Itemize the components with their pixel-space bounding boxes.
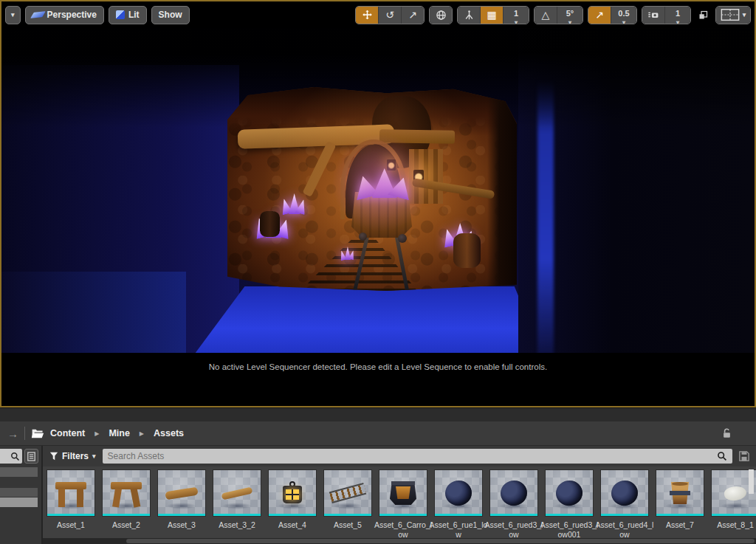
- asset-tile[interactable]: Asset_5: [323, 469, 373, 544]
- asset-thumbnail[interactable]: [157, 469, 206, 517]
- asset-thumbnail[interactable]: [656, 469, 704, 517]
- asset-tile[interactable]: Asset_6_rued3_low001: [544, 469, 594, 544]
- perspective-button[interactable]: Perspective: [25, 6, 104, 24]
- asset-thumbnail[interactable]: [545, 469, 594, 517]
- static-mesh-stripe: [490, 514, 537, 516]
- viewport-layout-button[interactable]: ▾: [716, 7, 750, 24]
- lit-cube-icon: [116, 10, 125, 19]
- camera-speed-value[interactable]: 1 ▾: [665, 7, 690, 24]
- asset-tile[interactable]: Asset_2: [101, 469, 151, 544]
- asset-thumbnail[interactable]: [434, 469, 483, 517]
- search-placeholder: Search Assets: [108, 451, 712, 461]
- breadcrumb-content[interactable]: Content: [50, 428, 85, 438]
- camera-speed-button[interactable]: [642, 7, 665, 24]
- grid-snap-value[interactable]: 1 ▾: [504, 7, 529, 24]
- scale-icon: ↗: [408, 10, 417, 20]
- lit-label: Lit: [128, 10, 140, 20]
- sources-search-input[interactable]: [0, 449, 22, 464]
- rotation-snap-value[interactable]: 5° ▾: [557, 7, 583, 24]
- scale-tool-button[interactable]: ↗: [402, 7, 424, 24]
- show-button[interactable]: Show: [151, 6, 190, 24]
- asset-label: Asset_2: [95, 520, 157, 530]
- scale-snap-group: ↗ 0.5 ▾: [588, 6, 637, 24]
- asset-tile[interactable]: Asset_6_rued4_low: [599, 469, 650, 544]
- save-search-icon[interactable]: [739, 451, 749, 461]
- asset-thumbnail[interactable]: [489, 469, 538, 517]
- filter-bar: Filters ▾ Search Assets: [43, 446, 756, 466]
- breadcrumb-mine[interactable]: Mine: [109, 428, 129, 438]
- asset-tile[interactable]: Asset_3_2: [212, 469, 262, 544]
- asset-thumbnail[interactable]: [268, 469, 317, 517]
- globe-icon: [436, 10, 447, 21]
- grid-snap-toggle[interactable]: ▦: [481, 7, 504, 24]
- asset-preview-object: [221, 486, 253, 500]
- viewport-toolbar: ▾ Perspective Lit Show ↺: [1, 1, 755, 28]
- asset-label: Asset_1: [43, 520, 102, 530]
- static-mesh-stripe: [158, 514, 205, 516]
- asset-tile[interactable]: Asset_4: [267, 469, 317, 544]
- asset-tile[interactable]: Asset_7: [655, 469, 705, 544]
- breadcrumb-assets[interactable]: Assets: [154, 428, 184, 438]
- asset-thumbnail[interactable]: [102, 469, 151, 517]
- move-tool-button[interactable]: [356, 7, 379, 24]
- mine-diorama: [227, 87, 517, 291]
- folder-tree-item-selected[interactable]: [0, 497, 38, 507]
- lit-mode-button[interactable]: Lit: [109, 6, 147, 24]
- static-mesh-stripe: [435, 514, 482, 516]
- asset-label: Asset_6_rued3_low001: [538, 520, 600, 539]
- caret-down-icon: ▾: [11, 11, 15, 18]
- horizontal-scrollbar[interactable]: [43, 538, 756, 544]
- asset-preview-object: [283, 481, 302, 505]
- asset-grid: Asset_1 Asset_2 Asset_3 Asset_3_2: [43, 466, 756, 544]
- filters-button[interactable]: Filters ▾: [49, 451, 96, 461]
- static-mesh-stripe: [712, 514, 756, 516]
- asset-label: Asset_3: [151, 520, 213, 530]
- viewport-options-button[interactable]: ▾: [5, 6, 21, 24]
- asset-tile[interactable]: Asset_6_rue1_low: [433, 469, 484, 544]
- vertical-scrollbar-thumb[interactable]: [749, 469, 754, 494]
- asset-thumbnail[interactable]: [213, 469, 261, 517]
- asset-tile[interactable]: Asset_1: [46, 469, 96, 544]
- asset-search-input[interactable]: Search Assets: [103, 449, 732, 464]
- rotation-snap-toggle[interactable]: △: [535, 7, 557, 24]
- folder-tree-item[interactable]: [0, 488, 38, 497]
- caret-down-icon: ▾: [676, 20, 679, 24]
- static-mesh-stripe: [47, 514, 94, 516]
- breadcrumb-bar: → Content ▶ Mine ▶ Assets: [0, 421, 756, 446]
- folder-tree-item[interactable]: [0, 467, 38, 477]
- expand-sources-icon[interactable]: →: [7, 427, 18, 440]
- surface-snap-button[interactable]: [458, 7, 481, 24]
- level-viewport: ▾ Perspective Lit Show ↺: [0, 0, 756, 407]
- unlock-icon[interactable]: [721, 427, 732, 439]
- asset-thumbnail[interactable]: [600, 469, 649, 517]
- rotate-tool-button[interactable]: ↺: [379, 7, 402, 24]
- sources-view-button[interactable]: [24, 449, 38, 464]
- scale-snap-value[interactable]: 0.5 ▾: [611, 7, 636, 24]
- asset-preview-object: [390, 481, 416, 505]
- asset-tile[interactable]: Asset_6_Carro_low: [378, 469, 428, 544]
- horizontal-scrollbar-thumb[interactable]: [126, 539, 755, 543]
- asset-thumbnail[interactable]: [323, 469, 372, 517]
- perspective-label: Perspective: [47, 10, 97, 20]
- asset-preview-object: [669, 482, 691, 504]
- breadcrumb-separator-icon: ▶: [140, 430, 144, 437]
- maximize-viewport-icon[interactable]: [698, 10, 709, 21]
- asset-label: Asset_5: [317, 520, 379, 530]
- scale-snap-toggle[interactable]: ↗: [588, 7, 611, 24]
- filter-funnel-icon: [49, 452, 58, 461]
- rotate-icon: ↺: [385, 10, 394, 20]
- viewport-3d-scene[interactable]: No active Level Sequencer detected. Plea…: [1, 28, 755, 380]
- sequencer-message-bar: No active Level Sequencer detected. Plea…: [1, 353, 755, 380]
- asset-label: Asset_6_rued3_low: [483, 520, 545, 539]
- asset-thumbnail[interactable]: [47, 469, 95, 517]
- asset-thumbnail[interactable]: [379, 469, 427, 517]
- coordinate-system-button[interactable]: [430, 7, 452, 24]
- asset-tile[interactable]: Asset_3: [157, 469, 207, 544]
- asset-label: Asset_6_rue1_low: [427, 520, 489, 539]
- asset-label: Asset_3_2: [206, 520, 268, 530]
- asset-tile[interactable]: Asset_6_rued3_low: [489, 469, 539, 544]
- camera-speed-group: 1 ▾: [642, 6, 691, 24]
- surface-snap-icon: [464, 10, 475, 21]
- caret-down-icon: ▾: [622, 20, 625, 24]
- angle-snap-icon: △: [542, 10, 550, 20]
